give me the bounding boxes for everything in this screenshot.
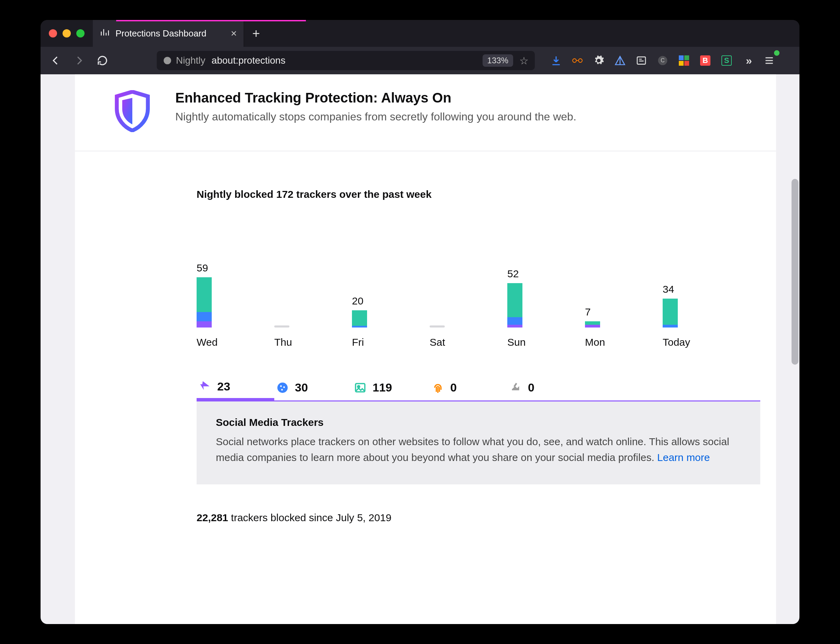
svg-point-9 bbox=[281, 389, 283, 391]
new-tab-button[interactable]: + bbox=[244, 20, 268, 47]
bar-segment bbox=[663, 325, 678, 327]
day-label: Sun bbox=[507, 337, 526, 348]
bar-segment bbox=[352, 326, 367, 327]
zoom-window[interactable] bbox=[76, 29, 85, 38]
bar-chart-icon bbox=[100, 28, 109, 39]
svg-point-2 bbox=[578, 59, 582, 62]
tab-fingerprint[interactable]: 0 bbox=[430, 376, 507, 401]
ext-reader-icon[interactable] bbox=[631, 50, 652, 71]
ext-b-icon[interactable]: B bbox=[695, 50, 716, 71]
url-text: about:protections bbox=[212, 55, 286, 66]
bar-segment bbox=[196, 277, 212, 312]
zoom-level-badge[interactable]: 133% bbox=[483, 54, 513, 67]
svg-point-7 bbox=[280, 385, 282, 387]
svg-point-6 bbox=[277, 383, 288, 393]
bar-segment bbox=[507, 317, 522, 325]
total-blocked: 22,281 trackers blocked since July 5, 20… bbox=[196, 485, 760, 524]
tracker-info-panel: Social Media Trackers Social networks pl… bbox=[196, 401, 760, 485]
tab-title: Protections Dashboard bbox=[115, 28, 206, 39]
svg-point-0 bbox=[164, 57, 171, 64]
back-button[interactable] bbox=[45, 50, 66, 71]
url-bar[interactable]: Nightly about:protections 133% ☆ bbox=[157, 51, 535, 70]
ext-s-icon[interactable]: S bbox=[716, 50, 737, 71]
info-body: Social networks place trackers on other … bbox=[216, 434, 741, 466]
bar-segment bbox=[585, 321, 600, 325]
page-title: Enhanced Tracking Protection: Always On bbox=[175, 90, 576, 106]
page-subtitle: Nightly automatically stops companies fr… bbox=[175, 110, 576, 123]
navigation-bar: Nightly about:protections 133% ☆ bbox=[41, 47, 799, 74]
svg-point-1 bbox=[573, 59, 576, 62]
downloads-button[interactable] bbox=[546, 50, 567, 71]
chart-day[interactable]: 34Today bbox=[663, 283, 740, 348]
ext-grid-icon[interactable] bbox=[674, 50, 694, 71]
tab-content-count: 119 bbox=[373, 381, 392, 394]
tracker-tabs: 23 30 119 0 bbox=[196, 376, 760, 401]
bar-segment bbox=[196, 312, 212, 321]
chart-day[interactable]: 52Sun bbox=[507, 268, 585, 348]
reload-button[interactable] bbox=[92, 50, 113, 71]
bar-value: 59 bbox=[196, 262, 208, 274]
bar-empty bbox=[274, 325, 290, 327]
weekly-chart: 59WedThu20FriSat52Sun7Mon34Today bbox=[196, 210, 760, 348]
bar-segment bbox=[507, 325, 522, 327]
bar-value: 34 bbox=[663, 283, 674, 295]
chart-day[interactable]: 20Fri bbox=[352, 295, 430, 348]
overflow-button[interactable]: » bbox=[738, 50, 758, 71]
learn-more-link[interactable]: Learn more bbox=[657, 452, 710, 463]
chart-day[interactable]: 59Wed bbox=[196, 262, 274, 348]
svg-point-8 bbox=[283, 386, 285, 388]
bar-value: 20 bbox=[352, 295, 363, 307]
tab-cryptominer-count: 0 bbox=[528, 381, 534, 394]
tab-fingerprint-count: 0 bbox=[450, 381, 457, 394]
forward-button[interactable] bbox=[69, 50, 89, 71]
day-label: Sat bbox=[430, 337, 445, 348]
bar-segment bbox=[507, 283, 522, 317]
close-window[interactable] bbox=[49, 29, 57, 38]
info-heading: Social Media Trackers bbox=[216, 417, 741, 428]
chart-day[interactable]: Thu bbox=[274, 325, 352, 348]
tab-social-count: 23 bbox=[217, 380, 230, 393]
ext-glasses-icon[interactable] bbox=[567, 50, 588, 71]
ext-triangle-icon[interactable] bbox=[610, 50, 630, 71]
week-summary: Nightly blocked 172 trackers over the pa… bbox=[196, 151, 760, 210]
firefox-icon bbox=[163, 56, 172, 65]
bar-segment bbox=[663, 299, 678, 325]
minimize-window[interactable] bbox=[62, 29, 71, 38]
identity-box[interactable]: Nightly bbox=[163, 55, 206, 66]
bar-value: 7 bbox=[585, 306, 591, 318]
toolbar-actions: C B S » bbox=[543, 50, 781, 71]
day-label: Wed bbox=[196, 337, 218, 348]
day-label: Thu bbox=[274, 337, 292, 348]
scrollbar[interactable] bbox=[791, 179, 798, 365]
chart-day[interactable]: Sat bbox=[430, 325, 507, 348]
bar-segment bbox=[352, 310, 367, 325]
bar-segment bbox=[585, 325, 600, 327]
ext-gear-icon[interactable] bbox=[588, 50, 609, 71]
tab-cryptominer[interactable]: 0 bbox=[507, 376, 585, 401]
bookmark-star-icon[interactable]: ☆ bbox=[519, 55, 529, 67]
tab-content[interactable]: 119 bbox=[352, 376, 430, 401]
bar-segment bbox=[196, 321, 212, 327]
browser-tab[interactable]: Protections Dashboard × bbox=[93, 20, 244, 47]
bar-value: 52 bbox=[507, 268, 519, 280]
close-tab-icon[interactable]: × bbox=[231, 28, 237, 39]
shield-icon bbox=[113, 90, 151, 133]
tab-cookies-count: 30 bbox=[295, 381, 308, 394]
day-label: Today bbox=[663, 337, 690, 348]
tab-cookies[interactable]: 30 bbox=[274, 376, 352, 401]
svg-text:C: C bbox=[661, 58, 665, 63]
page-content: Enhanced Tracking Protection: Always On … bbox=[41, 74, 799, 624]
bar-empty bbox=[430, 325, 445, 327]
identity-label: Nightly bbox=[176, 55, 206, 66]
tab-social-trackers[interactable]: 23 bbox=[196, 376, 274, 401]
day-label: Mon bbox=[585, 337, 605, 348]
ext-circle-icon[interactable]: C bbox=[652, 50, 673, 71]
etp-header: Enhanced Tracking Protection: Always On … bbox=[75, 74, 776, 151]
app-menu-button[interactable] bbox=[759, 50, 779, 71]
day-label: Fri bbox=[352, 337, 364, 348]
tab-strip: Protections Dashboard × + bbox=[41, 20, 799, 47]
window-controls bbox=[41, 20, 93, 47]
chart-day[interactable]: 7Mon bbox=[585, 306, 663, 348]
